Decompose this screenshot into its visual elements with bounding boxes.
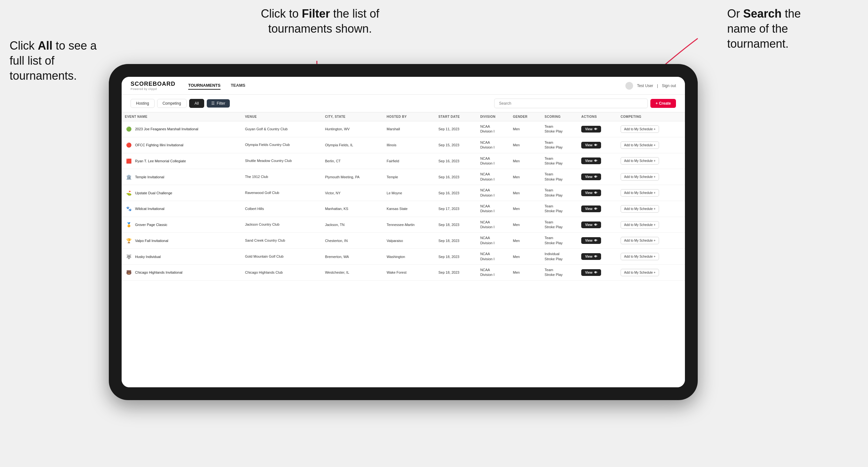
- cell-competing: Add to My Schedule +: [617, 137, 685, 153]
- cell-city-state: Olympia Fields, IL: [322, 137, 383, 153]
- cell-hosted-by: Temple: [383, 169, 435, 185]
- filter-button[interactable]: ☰ Filter: [207, 99, 230, 107]
- cell-competing: Add to My Schedule +: [617, 169, 685, 185]
- cell-start-date: Sep 11, 2023: [435, 121, 477, 137]
- tab-competing[interactable]: Competing: [157, 99, 187, 108]
- event-name-text: Chicago Highlands Invitational: [135, 271, 182, 274]
- cell-scoring: TeamStroke Play: [541, 233, 578, 249]
- add-to-schedule-button[interactable]: Add to My Schedule +: [621, 173, 659, 181]
- view-button[interactable]: View 👁: [581, 157, 601, 164]
- tablet-screen: SCOREBOARD Powered by clippd TOURNAMENTS…: [122, 77, 685, 387]
- eye-icon: 👁: [594, 223, 597, 227]
- event-name-text: OFCC Fighting Illini Invitational: [135, 143, 183, 147]
- view-button[interactable]: View 👁: [581, 189, 601, 196]
- cell-event-name: 🟢 2023 Joe Feaganes Marshall Invitationa…: [122, 121, 242, 137]
- view-button[interactable]: View 👁: [581, 269, 601, 276]
- add-to-schedule-button[interactable]: Add to My Schedule +: [621, 253, 659, 260]
- nav-tab-teams[interactable]: TEAMS: [231, 82, 246, 90]
- add-to-schedule-button[interactable]: Add to My Schedule +: [621, 221, 659, 228]
- cell-start-date: Sep 15, 2023: [435, 137, 477, 153]
- cell-scoring: TeamStroke Play: [541, 185, 578, 201]
- cell-gender: Men: [510, 201, 541, 217]
- eye-icon: 👁: [594, 175, 597, 179]
- add-to-schedule-button[interactable]: Add to My Schedule +: [621, 237, 659, 244]
- cell-competing: Add to My Schedule +: [617, 233, 685, 249]
- cell-event-name: 🐻 Chicago Highlands Invitational: [122, 265, 242, 281]
- event-name-text: Wildcat Invitational: [135, 207, 164, 211]
- add-to-schedule-button[interactable]: Add to My Schedule +: [621, 142, 659, 149]
- col-event-name: EVENT NAME: [122, 112, 242, 121]
- view-label: View: [585, 144, 592, 147]
- eye-icon: 👁: [594, 159, 597, 163]
- view-button[interactable]: View 👁: [581, 253, 601, 260]
- view-button[interactable]: View 👁: [581, 206, 601, 212]
- cell-division: NCAADivision I: [477, 185, 509, 201]
- view-label: View: [585, 255, 592, 258]
- nav-tab-tournaments[interactable]: TOURNAMENTS: [188, 82, 220, 90]
- cell-division: NCAADivision I: [477, 201, 509, 217]
- cell-hosted-by: Tennessee-Martin: [383, 217, 435, 233]
- create-button[interactable]: + Create: [650, 99, 676, 108]
- sign-out-link[interactable]: Sign out: [662, 84, 676, 88]
- eye-icon: 👁: [594, 127, 597, 131]
- cell-venue: Colbert Hills: [242, 201, 322, 217]
- cell-event-name: 🏛️ Temple Invitational: [122, 169, 242, 185]
- table-row: 🏛️ Temple Invitational The 1912 Club Ply…: [122, 169, 685, 185]
- tab-all[interactable]: All: [189, 99, 204, 108]
- event-name-text: Upstate Dual Challenge: [135, 191, 172, 195]
- cell-division: NCAADivision I: [477, 121, 509, 137]
- add-to-schedule-button[interactable]: Add to My Schedule +: [621, 189, 659, 196]
- search-input[interactable]: [494, 99, 648, 108]
- cell-venue: Jackson Country Club: [242, 217, 322, 233]
- eye-icon: 👁: [594, 191, 597, 195]
- cell-hosted-by: Illinois: [383, 137, 435, 153]
- cell-event-name: 🐾 Wildcat Invitational: [122, 201, 242, 217]
- cell-hosted-by: Valparaiso: [383, 233, 435, 249]
- cell-hosted-by: Kansas State: [383, 201, 435, 217]
- cell-city-state: Chesterton, IN: [322, 233, 383, 249]
- cell-city-state: Plymouth Meeting, PA: [322, 169, 383, 185]
- cell-scoring: TeamStroke Play: [541, 201, 578, 217]
- cell-venue: Guyan Golf & Country Club: [242, 121, 322, 137]
- team-logo: 🐺: [125, 253, 132, 260]
- add-to-schedule-button[interactable]: Add to My Schedule +: [621, 125, 659, 133]
- cell-venue: Ravenwood Golf Club: [242, 185, 322, 201]
- user-name: Test User: [637, 84, 653, 88]
- cell-hosted-by: Wake Forest: [383, 265, 435, 281]
- view-label: View: [585, 159, 592, 163]
- add-to-schedule-button[interactable]: Add to My Schedule +: [621, 157, 659, 164]
- add-schedule-label: Add to My Schedule +: [624, 144, 655, 147]
- add-schedule-label: Add to My Schedule +: [624, 191, 655, 195]
- cell-city-state: Jackson, TN: [322, 217, 383, 233]
- col-gender: GENDER: [510, 112, 541, 121]
- cell-scoring: IndividualStroke Play: [541, 249, 578, 265]
- view-button[interactable]: View 👁: [581, 126, 601, 132]
- cell-competing: Add to My Schedule +: [617, 185, 685, 201]
- cell-hosted-by: Washington: [383, 249, 435, 265]
- tab-hosting[interactable]: Hosting: [131, 99, 155, 108]
- app-header: SCOREBOARD Powered by clippd TOURNAMENTS…: [122, 77, 685, 95]
- team-logo: 🟥: [125, 157, 132, 165]
- cell-division: NCAADivision I: [477, 153, 509, 169]
- view-button[interactable]: View 👁: [581, 174, 601, 180]
- header-right: Test User | Sign out: [625, 82, 676, 90]
- cell-gender: Men: [510, 169, 541, 185]
- col-start-date: START DATE: [435, 112, 477, 121]
- annotation-top-left: Click All to see a full list of tourname…: [9, 38, 112, 83]
- view-button[interactable]: View 👁: [581, 237, 601, 244]
- cell-hosted-by: Le Moyne: [383, 185, 435, 201]
- team-logo: 🏆: [125, 237, 132, 245]
- col-venue: VENUE: [242, 112, 322, 121]
- add-to-schedule-button[interactable]: Add to My Schedule +: [621, 205, 659, 213]
- cell-venue: Sand Creek Country Club: [242, 233, 322, 249]
- view-button[interactable]: View 👁: [581, 221, 601, 228]
- table-row: 🟢 2023 Joe Feaganes Marshall Invitationa…: [122, 121, 685, 137]
- tournaments-table: EVENT NAME VENUE CITY, STATE HOSTED BY S…: [122, 112, 685, 281]
- filter-icon: ☰: [211, 101, 215, 105]
- add-to-schedule-button[interactable]: Add to My Schedule +: [621, 269, 659, 276]
- view-button[interactable]: View 👁: [581, 142, 601, 149]
- table-row: 🏅 Grover Page Classic Jackson Country Cl…: [122, 217, 685, 233]
- cell-venue: Shuttle Meadow Country Club: [242, 153, 322, 169]
- cell-gender: Men: [510, 265, 541, 281]
- cell-gender: Men: [510, 233, 541, 249]
